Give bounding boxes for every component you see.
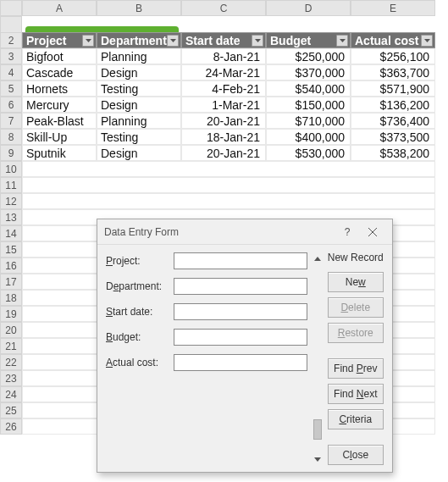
scroll-up-icon[interactable] <box>314 253 321 263</box>
empty-cell[interactable] <box>22 177 435 193</box>
row-header-23[interactable]: 23 <box>0 370 22 386</box>
table-cell[interactable]: Design <box>97 97 181 113</box>
table-cell[interactable]: $363,700 <box>351 64 435 80</box>
col-header-D[interactable]: D <box>266 0 351 16</box>
table-cell[interactable]: 18-Jan-21 <box>181 129 266 145</box>
row-header-25[interactable]: 25 <box>0 402 22 418</box>
col-actualcost-header[interactable]: Actual cost <box>351 32 435 48</box>
filter-dropdown-icon[interactable] <box>252 35 263 47</box>
table-cell[interactable]: $373,500 <box>351 129 435 145</box>
close-icon[interactable] <box>360 223 385 241</box>
close-button[interactable]: Close <box>328 445 384 465</box>
table-cell[interactable]: Planning <box>97 113 181 129</box>
col-startdate-header[interactable]: Start date <box>181 32 266 48</box>
col-header-E[interactable]: E <box>351 0 435 16</box>
header-label: Actual cost <box>355 34 418 47</box>
table-cell[interactable]: 24-Mar-21 <box>181 64 266 80</box>
filter-dropdown-icon[interactable] <box>336 35 348 47</box>
table-cell[interactable]: Sputnik <box>22 145 97 161</box>
row-header-4[interactable]: 4 <box>0 64 22 80</box>
delete-button[interactable]: Delete <box>328 297 384 318</box>
row-header-2[interactable]: 2 <box>0 32 22 48</box>
filter-dropdown-icon[interactable] <box>167 35 179 47</box>
help-button[interactable]: ? <box>335 223 360 241</box>
row-header-16[interactable]: 16 <box>0 258 22 274</box>
row-header-15[interactable]: 15 <box>0 241 22 258</box>
table-cell[interactable]: 20-Jan-21 <box>181 145 266 161</box>
scroll-thumb[interactable] <box>313 419 322 440</box>
new-button[interactable]: New <box>328 272 384 292</box>
table-cell[interactable]: $250,000 <box>266 48 351 64</box>
table-cell[interactable]: Cascade <box>22 64 97 80</box>
row-header-24[interactable]: 24 <box>0 386 22 402</box>
table-cell[interactable]: Hornets <box>22 80 97 97</box>
row-header-17[interactable]: 17 <box>0 274 22 290</box>
table-cell[interactable]: $736,400 <box>351 113 435 129</box>
table-cell[interactable]: 4-Feb-21 <box>181 80 266 97</box>
table-cell[interactable]: 20-Jan-21 <box>181 113 266 129</box>
table-cell[interactable]: 8-Jan-21 <box>181 48 266 64</box>
table-cell[interactable]: $538,200 <box>351 145 435 161</box>
table-cell[interactable]: Planning <box>97 48 181 64</box>
table-cell[interactable]: Bigfoot <box>22 48 97 64</box>
empty-cell[interactable] <box>22 193 435 209</box>
row-header-6[interactable]: 6 <box>0 97 22 113</box>
col-header-A[interactable]: A <box>22 0 97 16</box>
table-cell[interactable]: $256,100 <box>351 48 435 64</box>
find-next-button[interactable]: Find Next <box>328 384 384 404</box>
table-cell[interactable]: Testing <box>97 80 181 97</box>
criteria-button[interactable]: Criteria <box>328 409 384 429</box>
filter-dropdown-icon[interactable] <box>82 35 94 47</box>
row-header-10[interactable]: 10 <box>0 161 22 177</box>
row-header-12[interactable]: 12 <box>0 193 22 209</box>
col-header-C[interactable]: C <box>181 0 266 16</box>
table-cell[interactable]: $710,000 <box>266 113 351 129</box>
table-cell[interactable]: Testing <box>97 129 181 145</box>
table-cell[interactable]: $150,000 <box>266 97 351 113</box>
project-field[interactable] <box>174 252 307 269</box>
table-cell[interactable]: Peak-Blast <box>22 113 97 129</box>
filter-dropdown-icon[interactable] <box>421 35 433 47</box>
col-budget-header[interactable]: Budget <box>266 32 351 48</box>
row-header-7[interactable]: 7 <box>0 113 22 129</box>
table-cell[interactable]: $136,200 <box>351 97 435 113</box>
table-cell[interactable]: Design <box>97 145 181 161</box>
table-cell[interactable]: 1-Mar-21 <box>181 97 266 113</box>
scroll-down-icon[interactable] <box>314 454 321 463</box>
table-cell[interactable]: $370,000 <box>266 64 351 80</box>
row-header-18[interactable]: 18 <box>0 290 22 306</box>
table-cell[interactable]: Skill-Up <box>22 129 97 145</box>
row-header-9[interactable]: 9 <box>0 145 22 161</box>
budget-field[interactable] <box>174 329 307 346</box>
row-header-19[interactable]: 19 <box>0 306 22 322</box>
department-field[interactable] <box>174 278 307 295</box>
row-header-5[interactable]: 5 <box>0 80 22 97</box>
col-department-header[interactable]: Department <box>97 32 181 48</box>
record-scrollbar[interactable] <box>312 252 323 465</box>
row-header-26[interactable]: 26 <box>0 418 22 435</box>
table-cell[interactable]: $571,900 <box>351 80 435 97</box>
row-header-13[interactable]: 13 <box>0 209 22 225</box>
table-cell[interactable]: Mercury <box>22 97 97 113</box>
col-header-B[interactable]: B <box>97 0 181 16</box>
find-prev-button[interactable]: Find Prev <box>328 358 384 379</box>
select-all-corner[interactable] <box>0 0 22 16</box>
table-cell[interactable]: $400,000 <box>266 129 351 145</box>
row-header-8[interactable]: 8 <box>0 129 22 145</box>
table-cell[interactable]: $540,000 <box>266 80 351 97</box>
row-header-14[interactable]: 14 <box>0 225 22 241</box>
actualcost-field[interactable] <box>174 354 307 371</box>
empty-cell[interactable] <box>22 161 435 177</box>
startdate-field[interactable] <box>174 303 307 320</box>
row-header-11[interactable]: 11 <box>0 177 22 193</box>
col-project-header[interactable]: Project <box>22 32 97 48</box>
table-cell[interactable]: $530,000 <box>266 145 351 161</box>
row-header-21[interactable]: 21 <box>0 338 22 354</box>
row-header-22[interactable]: 22 <box>0 354 22 370</box>
table-cell[interactable]: Design <box>97 64 181 80</box>
row-header-20[interactable]: 20 <box>0 322 22 338</box>
project-label: Project: <box>106 255 174 267</box>
restore-button[interactable]: Restore <box>328 323 384 343</box>
dialog-title-bar[interactable]: Data Entry Form ? <box>97 219 392 245</box>
row-header-3[interactable]: 3 <box>0 48 22 64</box>
